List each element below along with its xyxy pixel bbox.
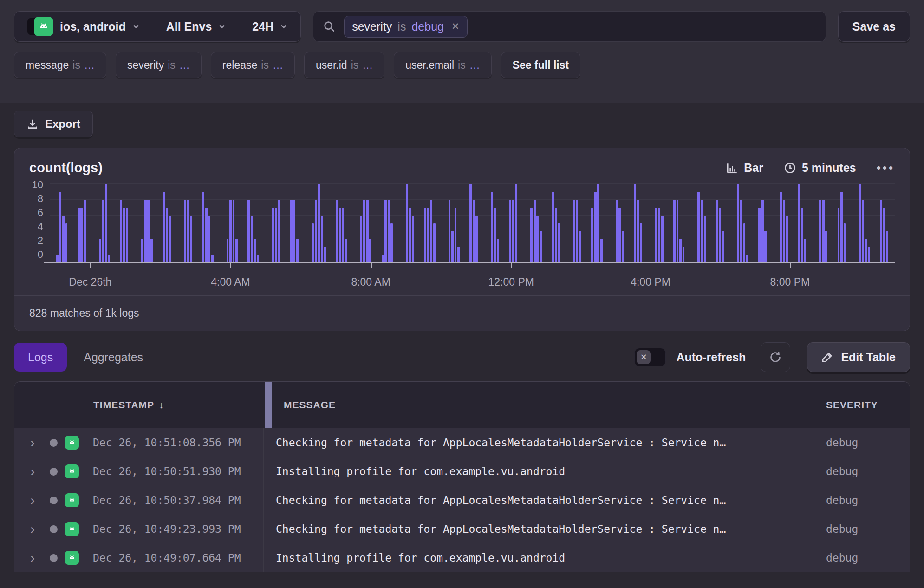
bar[interactable] [424, 208, 426, 262]
bar[interactable] [84, 200, 86, 262]
bar[interactable] [473, 200, 475, 262]
bar[interactable] [390, 223, 393, 263]
bar[interactable] [406, 184, 408, 262]
bar[interactable] [187, 200, 189, 262]
bar[interactable] [540, 231, 542, 262]
bar[interactable] [315, 200, 317, 262]
bar[interactable] [235, 239, 238, 262]
bar[interactable] [409, 208, 411, 262]
bar[interactable] [451, 231, 454, 262]
bar[interactable] [102, 200, 104, 262]
bar[interactable] [321, 216, 323, 262]
chart-type-selector[interactable]: Bar [726, 161, 763, 175]
bar[interactable] [312, 223, 314, 263]
bar[interactable] [618, 208, 621, 262]
bar[interactable] [704, 216, 706, 262]
bar[interactable] [144, 200, 147, 262]
auto-refresh-toggle[interactable]: ✕ [634, 348, 666, 366]
bar[interactable] [658, 208, 660, 262]
bar[interactable] [804, 239, 807, 262]
bar[interactable] [838, 208, 840, 262]
bar[interactable] [701, 200, 703, 262]
bar[interactable] [229, 200, 232, 262]
bar[interactable] [622, 231, 624, 262]
expand-row-icon[interactable]: › [14, 492, 50, 508]
bar[interactable] [345, 239, 347, 262]
bar[interactable] [673, 200, 676, 262]
search-input[interactable]: severity is debug ✕ [313, 11, 826, 42]
bar[interactable] [491, 192, 493, 262]
save-as-button[interactable]: Save as [838, 11, 910, 42]
bar[interactable] [105, 184, 107, 262]
expand-row-icon[interactable]: › [14, 550, 50, 566]
bar[interactable] [573, 200, 575, 262]
bar[interactable] [388, 200, 390, 262]
quick-filter-chip[interactable]: user.emailis… [394, 52, 491, 78]
bar[interactable] [363, 200, 365, 262]
time-range-selector[interactable]: 24H [239, 12, 300, 41]
bar[interactable] [764, 231, 767, 262]
expand-row-icon[interactable]: › [14, 435, 50, 451]
bar[interactable] [293, 200, 296, 262]
bar[interactable] [840, 192, 843, 262]
bar[interactable] [880, 200, 882, 262]
bar[interactable] [366, 200, 369, 262]
bar[interactable] [786, 216, 788, 262]
chart-interval-selector[interactable]: 5 minutes [784, 161, 856, 175]
bar[interactable] [324, 247, 326, 262]
bar[interactable] [251, 216, 253, 262]
bar[interactable] [530, 208, 533, 262]
bar[interactable] [150, 239, 153, 262]
bar[interactable] [737, 184, 740, 262]
quick-filter-chip[interactable]: messageis… [14, 52, 106, 78]
bar[interactable] [886, 231, 888, 262]
bar[interactable] [65, 223, 68, 263]
bar[interactable] [369, 239, 371, 262]
bar[interactable] [342, 208, 344, 262]
bar[interactable] [634, 184, 636, 262]
bar[interactable] [211, 255, 214, 262]
bar[interactable] [163, 192, 165, 262]
bar[interactable] [865, 239, 867, 262]
bar[interactable] [433, 223, 436, 263]
expand-row-icon[interactable]: › [14, 464, 50, 479]
bar[interactable] [798, 184, 800, 262]
bar[interactable] [339, 208, 341, 262]
bar[interactable] [740, 200, 742, 262]
bar[interactable] [758, 208, 761, 262]
bar[interactable] [99, 239, 101, 262]
bar[interactable] [616, 200, 618, 262]
bar[interactable] [412, 216, 414, 262]
bar[interactable] [56, 255, 59, 262]
bar[interactable] [600, 239, 603, 262]
bar[interactable] [80, 208, 83, 262]
bar[interactable] [555, 208, 557, 262]
bar[interactable] [247, 200, 250, 262]
bar[interactable] [290, 200, 293, 262]
bar[interactable] [862, 200, 864, 262]
bar[interactable] [123, 208, 125, 262]
column-header-timestamp[interactable]: TIMESTAMP ↓ [14, 399, 265, 411]
chart-more-menu-icon[interactable]: ••• [877, 161, 895, 175]
bar[interactable] [591, 208, 593, 262]
bar[interactable] [336, 200, 338, 262]
bar[interactable] [637, 200, 639, 262]
see-full-list-button[interactable]: See full list [501, 52, 580, 78]
bar[interactable] [558, 223, 560, 263]
column-resize-handle[interactable] [265, 382, 272, 428]
quick-filter-chip[interactable]: releaseis… [211, 52, 295, 78]
bar[interactable] [716, 200, 718, 262]
env-selector[interactable]: All Envs [153, 12, 239, 41]
bar[interactable] [78, 208, 80, 262]
bar[interactable] [825, 231, 827, 262]
search-filter-chip[interactable]: severity is debug ✕ [344, 16, 467, 38]
bar[interactable] [108, 255, 110, 262]
quick-filter-chip[interactable]: severityis… [116, 52, 202, 78]
bar[interactable] [661, 216, 664, 262]
bar[interactable] [205, 208, 208, 262]
bar[interactable] [126, 208, 129, 262]
bar[interactable] [822, 200, 825, 262]
bar[interactable] [190, 216, 192, 262]
tab-aggregates[interactable]: Aggregates [84, 351, 143, 364]
bar[interactable] [536, 216, 539, 262]
